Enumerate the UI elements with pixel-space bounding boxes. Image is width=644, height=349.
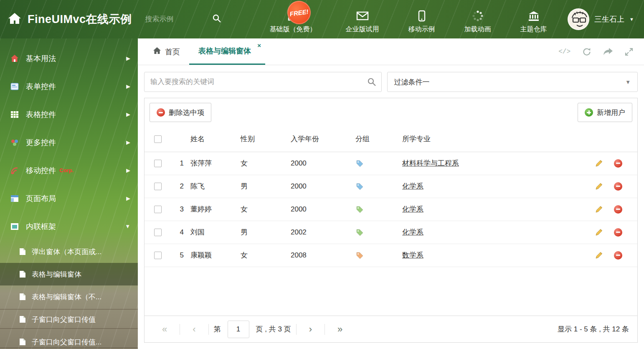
cell-gender: 女 (241, 244, 291, 267)
major-link[interactable]: 化学系 (402, 182, 423, 190)
house-icon (10, 54, 19, 63)
file-icon (19, 293, 26, 301)
edit-icon[interactable] (595, 159, 603, 168)
table-row[interactable]: 1 张萍萍 女 2000 材料科学与工程系 (145, 152, 637, 175)
row-checkbox[interactable] (154, 183, 162, 190)
grid-toolbar: 删除选中项 新增用户 (145, 98, 637, 127)
cell-year: 2000 (291, 175, 355, 198)
row-index: 4 (171, 221, 190, 244)
sidebar-subitem-popup-window[interactable]: 弹出窗体（本页面或... (0, 240, 138, 263)
chevron-right-icon: ▶ (126, 195, 130, 201)
cell-name: 刘国 (190, 221, 241, 244)
sidebar-item-mobile-controls[interactable]: 移动控件 Corp. ▶ (0, 156, 138, 184)
keyword-search-input[interactable] (145, 78, 362, 86)
column-year: 入学年份 (291, 127, 355, 152)
add-user-button[interactable]: 新增用户 (578, 103, 632, 122)
cell-gender: 女 (241, 152, 291, 175)
table-row[interactable]: 4 刘国 男 2002 化学系 (145, 221, 637, 244)
file-icon (19, 338, 26, 346)
row-checkbox[interactable] (154, 206, 162, 213)
sidebar-item-basic-usage[interactable]: 基本用法 ▶ (0, 44, 138, 72)
spinner-icon (472, 10, 484, 22)
chevron-right-icon: ▶ (126, 55, 130, 61)
row-checkbox[interactable] (154, 229, 162, 236)
table-row[interactable]: 5 康颖颖 女 2008 数学系 (145, 244, 637, 267)
chevron-down-icon: ▼ (125, 223, 130, 229)
first-page-button[interactable]: « (153, 325, 176, 334)
last-page-button[interactable]: » (328, 325, 352, 334)
edit-icon[interactable] (595, 205, 603, 214)
keyword-search-box (144, 72, 382, 92)
nav-item-loading-animation[interactable]: 加载动画 (456, 5, 499, 34)
grid-body: 姓名 性别 入学年份 分组 所学专业 1 (145, 127, 637, 316)
delete-icon[interactable] (614, 159, 622, 168)
delete-icon[interactable] (614, 228, 622, 237)
search-icon[interactable] (362, 72, 381, 92)
chevron-down-icon: ▼ (625, 79, 631, 85)
delete-icon[interactable] (614, 205, 622, 214)
file-icon (19, 316, 26, 323)
delete-selected-button[interactable]: 删除选中项 (150, 103, 211, 122)
tab-grid-edit-window[interactable]: 表格与编辑窗体 × (189, 38, 265, 65)
chevron-down-icon: ▼ (629, 17, 634, 22)
table-row[interactable]: 2 陈飞 男 2000 化学系 (145, 175, 637, 198)
page-input[interactable] (228, 321, 249, 338)
tag-icon (355, 205, 364, 214)
sidebar-menu: 基本用法 ▶ 表单控件 ▶ 表格控件 ▶ (0, 44, 138, 349)
column-group: 分组 (355, 127, 402, 152)
table-header-row: 姓名 性别 入学年份 分组 所学专业 (145, 127, 637, 152)
delete-icon[interactable] (614, 251, 622, 260)
share-icon[interactable] (603, 48, 613, 56)
major-link[interactable]: 化学系 (402, 205, 423, 213)
brand[interactable]: FineUIMvc在线示例 (0, 12, 132, 27)
close-icon[interactable]: × (257, 42, 261, 49)
row-checkbox[interactable] (154, 252, 162, 259)
edit-icon[interactable] (595, 182, 603, 191)
user-menu[interactable]: 三生石上 ▼ (568, 8, 644, 30)
delete-icon[interactable] (614, 182, 622, 191)
prev-page-button[interactable]: ‹ (183, 325, 205, 334)
minus-circle-icon (157, 108, 165, 117)
major-link[interactable]: 化学系 (402, 228, 423, 236)
avatar (568, 8, 589, 30)
sidebar-subitem-grid-edit-window-alt[interactable]: 表格与编辑窗体（不... (0, 285, 138, 308)
nav-item-enterprise-trial[interactable]: 企业版试用 (337, 5, 388, 34)
cell-name: 康颖颖 (190, 244, 241, 267)
sidebar-subitem-child-to-parent[interactable]: 子窗口向父窗口传值 (0, 308, 138, 331)
sidebar-item-form-controls[interactable]: 表单控件 ▶ (0, 72, 138, 100)
tag-icon (355, 228, 364, 237)
row-checkbox[interactable] (154, 160, 162, 167)
sidebar-subitem-grid-edit-window[interactable]: 表格与编辑窗体 (0, 263, 138, 285)
sidebar-item-grid-controls[interactable]: 表格控件 ▶ (0, 100, 138, 128)
edit-icon[interactable] (595, 251, 603, 260)
search-icon[interactable] (212, 14, 221, 25)
table-row[interactable]: 3 董婷婷 女 2000 化学系 (145, 198, 637, 221)
major-link[interactable]: 数学系 (402, 251, 423, 259)
expand-icon[interactable] (625, 48, 633, 56)
sidebar-item-iframe[interactable]: 内联框架 ▼ (0, 212, 138, 240)
cell-name: 董婷婷 (190, 198, 241, 221)
header-search-input[interactable] (145, 15, 208, 23)
sidebar: 基本用法 ▶ 表单控件 ▶ 表格控件 ▶ (0, 38, 138, 349)
plus-circle-icon (585, 108, 593, 117)
sidebar-item-page-layout[interactable]: 页面布局 ▶ (0, 184, 138, 212)
refresh-icon[interactable] (582, 48, 591, 56)
form-icon (10, 82, 19, 91)
sidebar-item-more-controls[interactable]: 更多控件 ▶ (0, 128, 138, 156)
iframe-icon (10, 222, 19, 231)
column-index (171, 127, 190, 152)
nav-item-mobile-demo[interactable]: 移动示例 (400, 5, 444, 34)
divider (208, 324, 209, 335)
envelope-icon (356, 10, 369, 22)
cell-gender: 男 (241, 175, 291, 198)
pagination-bar: « ‹ 第 页 , 共 3 页 › » 显示 1 - 5 条 , 共 12 条 (145, 316, 637, 342)
major-link[interactable]: 材料科学与工程系 (402, 159, 459, 167)
tab-home[interactable]: 首页 (144, 38, 189, 65)
sidebar-subitem-child-to-parent-2[interactable]: 子窗口向父窗口传值... (0, 331, 138, 349)
next-page-button[interactable]: › (300, 325, 321, 334)
filter-dropdown[interactable]: 过滤条件一 ▼ (387, 72, 638, 92)
select-all-checkbox[interactable] (154, 135, 162, 143)
source-code-icon[interactable]: </> (558, 48, 570, 56)
nav-item-theme-store[interactable]: 主题仓库 (512, 5, 555, 34)
edit-icon[interactable] (595, 228, 603, 237)
